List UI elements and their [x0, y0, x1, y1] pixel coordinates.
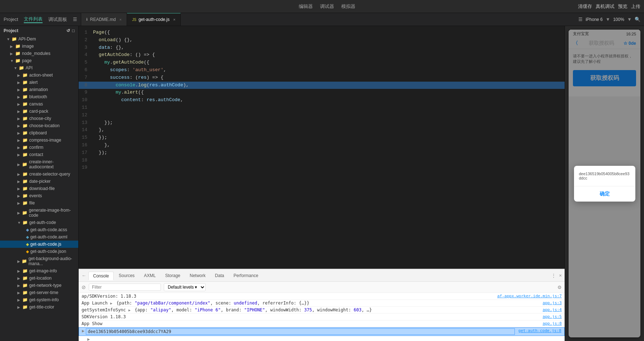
- sidebar-item-bluetooth[interactable]: ▶ 📁 bluetooth: [0, 93, 78, 100]
- sidebar-item-get-auth-json[interactable]: ◆ get-auth-code.json: [0, 248, 78, 255]
- new-file-icon[interactable]: □: [72, 28, 75, 33]
- debug-tab-performance[interactable]: Performance: [229, 272, 263, 280]
- tab-file-list[interactable]: 文件列表: [24, 16, 43, 23]
- tab-readme-close[interactable]: ×: [119, 17, 122, 22]
- sidebar-header: Project ↺ □: [0, 26, 78, 35]
- expand-icon[interactable]: ▶: [82, 328, 84, 333]
- phone-modal-confirm[interactable]: 确定: [574, 186, 635, 202]
- upload-btn[interactable]: 上传: [631, 3, 640, 10]
- sidebar-item-alert[interactable]: ▶ 📁 alert: [0, 79, 78, 86]
- sidebar-item-file[interactable]: ▶ 📁 file: [0, 199, 78, 207]
- gear-icon[interactable]: ⚙: [557, 285, 562, 290]
- tab-project[interactable]: Project: [4, 17, 18, 22]
- debug-source[interactable]: app.js:3: [539, 301, 562, 305]
- sidebar-item-generate[interactable]: ▶ 📁 generate-image-from-code: [0, 207, 78, 219]
- sidebar-item-events[interactable]: ▶ 📁 events: [0, 192, 78, 199]
- sidebar-item-get-title-color[interactable]: ▶ 📁 get-title-color: [0, 303, 78, 311]
- sidebar-item-action-sheet[interactable]: ▶ 📁 action-sheet: [0, 72, 78, 79]
- debug-close-icon[interactable]: ×: [559, 273, 562, 278]
- sidebar-item-choose-location[interactable]: ▶ 📁 choose-location: [0, 122, 78, 129]
- preview-btn[interactable]: 预览: [618, 3, 627, 10]
- search-icon[interactable]: 🔍: [635, 17, 640, 22]
- sidebar-item-api[interactable]: ▼ 📁 API: [0, 64, 78, 72]
- debug-clear-icon[interactable]: ⊘: [82, 284, 86, 290]
- axml-icon: ◆: [26, 235, 29, 239]
- sidebar-item-label: confirm: [29, 145, 43, 150]
- sidebar-item-label: alert: [29, 80, 38, 85]
- tab-bar-menu-icon[interactable]: ☰: [578, 17, 583, 22]
- sidebar-item-get-server-time[interactable]: ▶ 📁 get-server-time: [0, 289, 78, 296]
- debug-more-icon[interactable]: ⋮: [551, 273, 556, 278]
- sidebar-item-get-image-info[interactable]: ▶ 📁 get-image-info: [0, 267, 78, 275]
- sidebar-item-get-system-info[interactable]: ▶ 📁 get-system-info: [0, 296, 78, 303]
- sidebar-item-get-location[interactable]: ▶ 📁 get-location: [0, 275, 78, 282]
- sidebar-item-get-auth-code[interactable]: ▼ 📁 get-auth-code: [0, 219, 78, 226]
- menu-icon[interactable]: ☰: [73, 17, 77, 22]
- zoom-chevron-icon[interactable]: ▼: [627, 17, 632, 22]
- debug-source[interactable]: get-auth-code.js:8: [515, 328, 561, 333]
- tab-readme[interactable]: ℹ README.md ×: [81, 13, 127, 26]
- chevron-down-icon[interactable]: ▼: [606, 17, 610, 22]
- zoom-selector[interactable]: 100%: [613, 17, 624, 22]
- refresh-icon[interactable]: ↺: [66, 28, 70, 33]
- sidebar-item-compress-image[interactable]: ▶ 📁 compress-image: [0, 137, 78, 144]
- debug-source[interactable]: app.js:8: [539, 321, 562, 326]
- tab-getauth-close[interactable]: ×: [173, 17, 175, 22]
- level-select[interactable]: Default levels ▾: [164, 283, 206, 291]
- sidebar-item-bg-audio[interactable]: ▶ 📁 get-background-audio-mana...: [0, 255, 78, 267]
- tab-readme-label: README.md: [90, 17, 115, 22]
- debug-back-icon[interactable]: ←: [82, 273, 86, 278]
- sidebar-item-date-picker[interactable]: ▶ 📁 date-picker: [0, 178, 78, 185]
- sidebar-item-get-auth-js[interactable]: ◆ get-auth-code.js: [0, 241, 78, 248]
- sidebar-item-get-auth-acss[interactable]: ◆ get-auth-code.acss: [0, 226, 78, 233]
- sidebar-item-label: get-auth-code: [29, 220, 56, 225]
- code-editor[interactable]: 1 Page({ 2 onLoad() {}, 3 data: {}, 4 ge…: [79, 26, 565, 269]
- sidebar-item-canvas[interactable]: ▶ 📁 canvas: [0, 100, 78, 108]
- sidebar-item-clipboard[interactable]: ▶ 📁 clipboard: [0, 129, 78, 137]
- code-line-3: 3 data: {},: [79, 44, 565, 52]
- sidebar-item-get-network-type[interactable]: ▶ 📁 get-network-type: [0, 282, 78, 289]
- debug-toolbar: ⊘ Default levels ▾ ⚙: [79, 282, 565, 293]
- sidebar-item-image[interactable]: ▶ 📁 image: [0, 43, 78, 50]
- debugger-btn[interactable]: 调试器: [320, 3, 334, 10]
- debug-row-5: App Show app.js:8: [79, 320, 565, 327]
- device-panel: 支付宝宽 16:25 〈 获取授权码 ☆ 0de 请不要一进入小程序就弹框授权，…: [565, 26, 644, 341]
- arrow-icon: ▶: [17, 211, 21, 215]
- sidebar-item-create-inner[interactable]: ▶ 📁 create-inner-audiocontext: [0, 158, 78, 170]
- sidebar-item-node-modules[interactable]: ▶ 📁 node_modules: [0, 50, 78, 57]
- debug-source[interactable]: af-appx.worker.ide.min.js:7: [494, 294, 562, 298]
- folder-icon: 📁: [12, 36, 17, 42]
- debug-tab-sources[interactable]: Sources: [114, 272, 139, 280]
- sidebar-item-choose-city[interactable]: ▶ 📁 choose-city: [0, 115, 78, 122]
- sidebar-item-api-dem[interactable]: ▼ 📁 API-Dem: [0, 35, 78, 43]
- sidebar-item-label: choose-city: [29, 116, 51, 121]
- editor-btn[interactable]: 编辑器: [299, 3, 313, 10]
- debug-tab-console[interactable]: Console: [88, 272, 114, 280]
- filter-input[interactable]: [89, 284, 161, 291]
- device-model-selector[interactable]: iPhone 6: [586, 17, 603, 22]
- folder-icon: 📁: [22, 109, 28, 114]
- debug-source[interactable]: app.js:5: [539, 314, 562, 319]
- sidebar-item-get-auth-axml[interactable]: ◆ get-auth-code.axml: [0, 233, 78, 241]
- sidebar-item-card-pack[interactable]: ▶ 📁 card-pack: [0, 108, 78, 115]
- sidebar-item-page[interactable]: ▼ 📁 page: [0, 57, 78, 64]
- debug-tab-network[interactable]: Network: [185, 272, 210, 280]
- sidebar-item-animation[interactable]: ▶ 📁 animation: [0, 86, 78, 93]
- folder-icon: 📁: [22, 186, 28, 191]
- real-device-btn[interactable]: 真机调试: [596, 3, 614, 10]
- sidebar-item-contact[interactable]: ▶ 📁 contact: [0, 151, 78, 158]
- tab-debug-panel[interactable]: 调试面板: [48, 16, 67, 23]
- sidebar-title: Project: [4, 28, 18, 33]
- tab-getauth[interactable]: JS get-auth-code.js ×: [127, 13, 181, 26]
- sidebar-item-download-file[interactable]: ▶ 📁 download-file: [0, 185, 78, 192]
- clear-cache-btn[interactable]: 清缓存: [578, 3, 592, 10]
- debug-tab-data[interactable]: Data: [211, 272, 228, 280]
- debug-source[interactable]: app.js:4: [539, 307, 562, 312]
- debug-tab-storage[interactable]: Storage: [161, 272, 185, 280]
- simulator-btn[interactable]: 模拟器: [341, 3, 355, 10]
- js-icon: JS: [132, 18, 136, 22]
- sidebar-item-confirm[interactable]: ▶ 📁 confirm: [0, 144, 78, 151]
- code-line-2: 2 onLoad() {},: [79, 36, 565, 44]
- debug-tab-axml[interactable]: AXML: [140, 272, 160, 280]
- sidebar-item-create-selector[interactable]: ▶ 📁 create-selector-query: [0, 170, 78, 178]
